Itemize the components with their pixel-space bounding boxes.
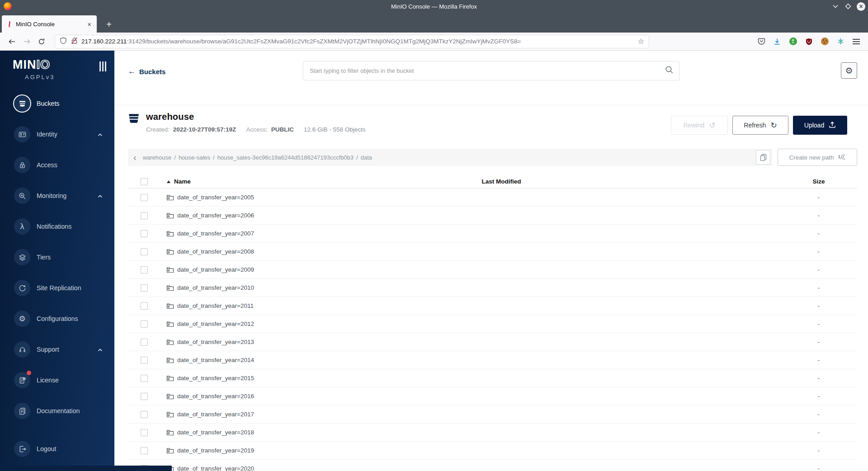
size-column-header[interactable]: Size bbox=[789, 178, 848, 185]
row-checkbox[interactable] bbox=[141, 447, 148, 454]
table-row[interactable]: date_of_transfer_year=2005 - bbox=[128, 188, 857, 207]
breadcrumb-back-chevron[interactable]: ‹ bbox=[133, 153, 137, 162]
create-new-path-button[interactable]: Create new path bbox=[778, 149, 857, 166]
table-row[interactable]: date_of_transfer_year=2011 - bbox=[128, 297, 857, 315]
table-row[interactable]: date_of_transfer_year=2009 - bbox=[128, 261, 857, 279]
ublock-shield-icon[interactable] bbox=[804, 37, 813, 46]
asterisk-extension-icon[interactable] bbox=[836, 37, 845, 46]
sidebar-menu: Buckets Identity Access Monitoring bbox=[0, 88, 114, 464]
table-row[interactable]: date_of_transfer_year=2012 - bbox=[128, 315, 857, 333]
url-bar[interactable]: 217.160.222.211:31429/buckets/warehouse/… bbox=[55, 35, 649, 48]
url-text: 217.160.222.211:31429/buckets/warehouse/… bbox=[81, 38, 635, 45]
sidebar-item-documentation[interactable]: Documentation bbox=[0, 396, 114, 426]
row-checkbox[interactable] bbox=[141, 266, 148, 273]
sidebar-item-site-replication[interactable]: Site Replication bbox=[0, 273, 114, 303]
sidebar-item-buckets[interactable]: Buckets bbox=[0, 88, 114, 119]
select-all-checkbox[interactable] bbox=[141, 178, 148, 185]
back-icon[interactable] bbox=[6, 36, 17, 47]
tab-close-icon[interactable]: × bbox=[85, 20, 93, 28]
menu-hamburger-icon[interactable] bbox=[852, 37, 861, 46]
folder-icon bbox=[166, 339, 174, 345]
row-checkbox[interactable] bbox=[141, 320, 148, 328]
breadcrumb-segment[interactable]: data bbox=[361, 154, 372, 161]
forward-icon[interactable] bbox=[21, 36, 32, 47]
created-value: 2022-10-27T09:57:19Z bbox=[173, 126, 236, 133]
table-row[interactable]: date_of_transfer_year=2017 - bbox=[128, 405, 857, 424]
extension-green-icon[interactable] bbox=[788, 37, 797, 46]
access-value[interactable]: PUBLIC bbox=[271, 126, 294, 133]
row-checkbox[interactable] bbox=[141, 393, 148, 400]
back-to-buckets-link[interactable]: ← Buckets bbox=[128, 67, 165, 76]
sidebar-item-configurations[interactable]: ⚙ Configurations bbox=[0, 303, 114, 334]
shield-icon[interactable] bbox=[60, 37, 67, 46]
tab-minio-console[interactable]: MinIO Console × bbox=[2, 15, 97, 33]
breadcrumb-segment[interactable]: house_sales-3ec96c19a6244d5186247193cccf… bbox=[217, 154, 354, 161]
breadcrumb-segment[interactable]: warehouse bbox=[143, 154, 172, 161]
table-row[interactable]: date_of_transfer_year=2015 - bbox=[128, 369, 857, 387]
sidebar-item-support[interactable]: Support bbox=[0, 334, 114, 365]
row-checkbox[interactable] bbox=[141, 230, 148, 237]
chevron-up-icon[interactable] bbox=[98, 130, 103, 138]
window-minimize-icon[interactable] bbox=[831, 2, 840, 10]
copy-path-button[interactable] bbox=[756, 150, 770, 165]
object-name: date_of_transfer_year=2013 bbox=[177, 339, 254, 345]
object-size: - bbox=[789, 357, 848, 363]
breadcrumb-segment[interactable]: house-sales bbox=[179, 154, 210, 161]
sidebar-collapse-icon[interactable] bbox=[99, 61, 106, 71]
pocket-icon[interactable] bbox=[757, 37, 766, 46]
chevron-up-icon[interactable] bbox=[98, 192, 103, 200]
refresh-button[interactable]: Refresh↻ bbox=[732, 116, 788, 135]
object-name: date_of_transfer_year=2017 bbox=[177, 411, 254, 418]
rewind-button[interactable]: Rewind↺ bbox=[671, 116, 728, 135]
table-row[interactable]: date_of_transfer_year=2018 - bbox=[128, 424, 857, 442]
search-input[interactable] bbox=[310, 67, 665, 74]
row-checkbox[interactable] bbox=[141, 194, 148, 201]
window-close-icon[interactable]: × bbox=[857, 2, 865, 11]
new-tab-button[interactable]: + bbox=[103, 19, 115, 30]
folder-icon bbox=[166, 230, 174, 237]
table-row[interactable]: date_of_transfer_year=2008 - bbox=[128, 243, 857, 261]
sort-ascending-icon[interactable] bbox=[167, 180, 170, 183]
table-row[interactable]: date_of_transfer_year=2010 - bbox=[128, 279, 857, 297]
chevron-up-icon[interactable] bbox=[98, 345, 103, 353]
sidebar-item-identity[interactable]: Identity bbox=[0, 119, 114, 150]
table-row[interactable]: date_of_transfer_year=2006 - bbox=[128, 207, 857, 225]
window-maximize-icon[interactable] bbox=[844, 2, 852, 10]
last-modified-column-header[interactable]: Last Modified bbox=[397, 178, 605, 185]
row-checkbox[interactable] bbox=[141, 357, 148, 364]
search-icon bbox=[665, 66, 674, 76]
insecure-lock-icon[interactable] bbox=[71, 37, 78, 46]
sidebar-item-access[interactable]: Access bbox=[0, 150, 114, 180]
row-checkbox[interactable] bbox=[141, 248, 148, 255]
sidebar-item-notifications[interactable]: λ Notifications bbox=[0, 211, 114, 242]
reload-icon[interactable] bbox=[36, 36, 47, 47]
license-document-icon bbox=[14, 372, 30, 388]
row-checkbox[interactable] bbox=[141, 339, 148, 346]
table-row[interactable]: date_of_transfer_year=2020 - bbox=[128, 460, 857, 471]
table-row[interactable]: date_of_transfer_year=2019 - bbox=[128, 442, 857, 460]
sidebar-item-license[interactable]: License bbox=[0, 365, 114, 396]
sidebar-item-logout[interactable]: Logout bbox=[0, 433, 114, 464]
identity-icon bbox=[14, 126, 30, 142]
row-checkbox[interactable] bbox=[141, 212, 148, 219]
row-checkbox[interactable] bbox=[141, 302, 148, 310]
row-checkbox[interactable] bbox=[141, 284, 148, 292]
sidebar-item-tiers[interactable]: Tiers bbox=[0, 242, 114, 273]
downloads-icon[interactable] bbox=[773, 37, 782, 46]
row-checkbox[interactable] bbox=[141, 375, 148, 382]
table-row[interactable]: date_of_transfer_year=2014 - bbox=[128, 351, 857, 369]
bucket-settings-button[interactable]: ⚙ bbox=[841, 62, 857, 79]
name-column-header[interactable]: Name bbox=[174, 178, 191, 185]
bucket-name: warehouse bbox=[146, 112, 365, 122]
table-row[interactable]: date_of_transfer_year=2016 - bbox=[128, 387, 857, 405]
bookmark-star-icon[interactable]: ☆ bbox=[638, 37, 644, 46]
table-row[interactable]: date_of_transfer_year=2013 - bbox=[128, 333, 857, 351]
cookie-extension-icon[interactable] bbox=[820, 37, 829, 46]
upload-button[interactable]: Upload bbox=[793, 116, 847, 135]
row-checkbox[interactable] bbox=[141, 429, 148, 436]
browser-titlebar: MinIO Console — Mozilla Firefox × bbox=[0, 0, 868, 13]
sidebar-item-monitoring[interactable]: Monitoring bbox=[0, 180, 114, 211]
object-name: date_of_transfer_year=2020 bbox=[177, 465, 254, 471]
table-row[interactable]: date_of_transfer_year=2007 - bbox=[128, 225, 857, 243]
row-checkbox[interactable] bbox=[141, 411, 148, 418]
